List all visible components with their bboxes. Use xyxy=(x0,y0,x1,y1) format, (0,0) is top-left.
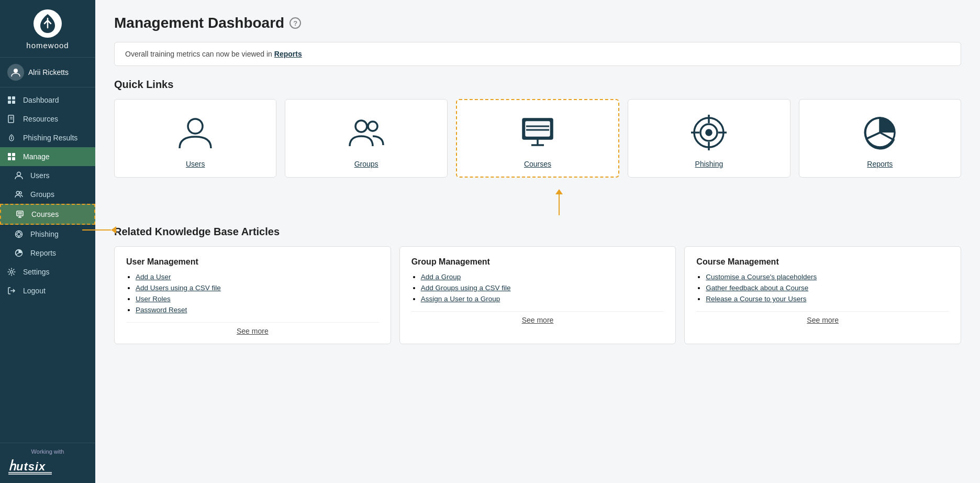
kb-card-user-management: User Management Add a User Add Users usi… xyxy=(114,246,391,344)
kb-link-add-groups-csv[interactable]: Add Groups using a CSV file xyxy=(421,284,511,292)
settings-icon xyxy=(7,268,18,276)
sidebar-item-reports[interactable]: Reports xyxy=(0,244,95,262)
courses-vertical-arrow xyxy=(114,194,961,215)
courses-icon xyxy=(16,210,26,218)
kb-group-management-see-more[interactable]: See more xyxy=(411,311,664,324)
sidebar-item-manage-label: Manage xyxy=(23,152,50,161)
kb-group-management-links: Add a Group Add Groups using a CSV file … xyxy=(411,273,664,303)
kb-cards-container: User Management Add a User Add Users usi… xyxy=(114,246,961,344)
quick-link-reports[interactable]: Reports xyxy=(799,99,961,178)
kb-course-management-links: Customise a Course's placeholders Gather… xyxy=(696,273,949,303)
quick-links-container: Users Groups xyxy=(114,99,961,178)
sidebar-user[interactable]: Alrii Ricketts xyxy=(0,58,95,87)
info-banner: Overall training metrics can now be view… xyxy=(114,42,961,66)
svg-point-14 xyxy=(17,172,21,176)
sidebar-item-phishing[interactable]: Phishing xyxy=(0,225,95,244)
book-icon xyxy=(7,115,18,123)
quick-link-courses-label: Courses xyxy=(524,160,551,168)
phishing-quick-icon xyxy=(690,112,728,153)
info-banner-text: Overall training metrics can now be view… xyxy=(125,50,274,58)
kb-card-course-management: Course Management Customise a Course's p… xyxy=(684,246,961,344)
svg-point-29 xyxy=(10,271,13,273)
kb-link-password-reset[interactable]: Password Reset xyxy=(136,306,187,314)
working-with-text: Working with xyxy=(7,448,88,455)
logo-text: homewood xyxy=(26,41,69,50)
sidebar-item-users-label: Users xyxy=(30,171,50,180)
sidebar-item-groups[interactable]: Groups xyxy=(0,185,95,204)
user-icon xyxy=(15,171,25,180)
svg-point-23 xyxy=(17,233,21,236)
sidebar-nav: Dashboard Resources Phishing xyxy=(0,87,95,443)
sidebar-item-users[interactable]: Users xyxy=(0,166,95,185)
svg-point-33 xyxy=(188,119,203,134)
groups-quick-icon xyxy=(348,112,385,153)
logo-icon xyxy=(34,9,62,38)
sidebar-item-resources[interactable]: Resources xyxy=(0,109,95,128)
quick-links-title: Quick Links xyxy=(114,79,961,91)
help-icon[interactable]: ? xyxy=(289,17,301,29)
logout-icon xyxy=(7,287,18,295)
svg-rect-12 xyxy=(8,157,11,160)
sidebar-item-courses[interactable]: Courses xyxy=(0,204,95,225)
sidebar-item-manage[interactable]: Manage xyxy=(0,147,95,166)
svg-point-15 xyxy=(16,191,19,194)
sidebar-item-logout[interactable]: Logout xyxy=(0,281,95,300)
users-quick-icon xyxy=(176,112,214,153)
user-name: Alrii Ricketts xyxy=(28,68,69,76)
svg-rect-2 xyxy=(12,96,15,100)
sidebar-item-settings-label: Settings xyxy=(23,268,50,276)
svg-point-16 xyxy=(19,192,21,194)
kb-user-management-title: User Management xyxy=(126,257,379,267)
svg-rect-13 xyxy=(12,157,15,160)
kb-course-management-see-more[interactable]: See more xyxy=(696,311,949,324)
sidebar-item-phishing-results[interactable]: Phishing Results xyxy=(0,128,95,147)
svg-rect-3 xyxy=(8,101,11,104)
svg-rect-1 xyxy=(8,96,11,100)
sidebar-item-settings[interactable]: Settings xyxy=(0,262,95,281)
reports-quick-icon xyxy=(861,112,899,153)
kb-link-gather-feedback[interactable]: Gather feedback about a Course xyxy=(706,284,808,292)
page-title-row: Management Dashboard ? xyxy=(114,15,961,31)
manage-icon xyxy=(7,152,18,161)
kb-group-management-title: Group Management xyxy=(411,257,664,267)
svg-rect-17 xyxy=(17,211,23,216)
quick-link-phishing-label: Phishing xyxy=(695,160,723,168)
sidebar-item-phishing-results-label: Phishing Results xyxy=(23,134,77,142)
reports-icon xyxy=(15,249,25,257)
kb-course-management-title: Course Management xyxy=(696,257,949,267)
sidebar: homewood Alrii Ricketts Dashboard xyxy=(0,0,95,483)
kb-link-add-users-csv[interactable]: Add Users using a CSV file xyxy=(136,284,221,292)
quick-link-phishing[interactable]: Phishing xyxy=(628,99,790,178)
quick-link-users[interactable]: Users xyxy=(114,99,276,178)
sidebar-item-resources-label: Resources xyxy=(23,115,58,123)
kb-link-add-user[interactable]: Add a User xyxy=(136,273,171,281)
svg-rect-37 xyxy=(526,122,549,136)
grid-icon xyxy=(7,96,18,104)
quick-link-groups[interactable]: Groups xyxy=(285,99,447,178)
svg-text:ḣutsix: ḣutsix xyxy=(8,459,46,473)
sidebar-item-courses-label: Courses xyxy=(31,210,59,218)
quick-link-courses[interactable]: Courses xyxy=(456,99,619,178)
kb-link-assign-user-group[interactable]: Assign a User to a Group xyxy=(421,295,500,303)
kb-user-management-see-more[interactable]: See more xyxy=(126,322,379,335)
svg-rect-10 xyxy=(8,153,11,156)
quick-link-groups-label: Groups xyxy=(354,160,378,168)
sidebar-courses-arrow xyxy=(82,226,116,234)
sidebar-item-dashboard-label: Dashboard xyxy=(23,96,59,104)
sidebar-item-reports-label: Reports xyxy=(30,249,56,257)
user-avatar xyxy=(7,64,24,81)
courses-quick-icon xyxy=(519,112,556,153)
svg-point-44 xyxy=(706,130,711,135)
kb-link-customise-placeholders[interactable]: Customise a Course's placeholders xyxy=(706,273,817,281)
quick-link-users-label: Users xyxy=(186,160,205,168)
svg-rect-4 xyxy=(12,101,15,104)
kb-link-user-roles[interactable]: User Roles xyxy=(136,295,171,303)
info-banner-reports-link[interactable]: Reports xyxy=(274,50,302,58)
kb-link-add-group[interactable]: Add a Group xyxy=(421,273,461,281)
sidebar-item-logout-label: Logout xyxy=(23,287,46,295)
sidebar-item-groups-label: Groups xyxy=(30,190,54,199)
target-icon xyxy=(15,230,25,238)
kb-link-release-course[interactable]: Release a Course to your Users xyxy=(706,295,806,303)
sidebar-item-phishing-label: Phishing xyxy=(30,230,59,238)
sidebar-item-dashboard[interactable]: Dashboard xyxy=(0,91,95,109)
